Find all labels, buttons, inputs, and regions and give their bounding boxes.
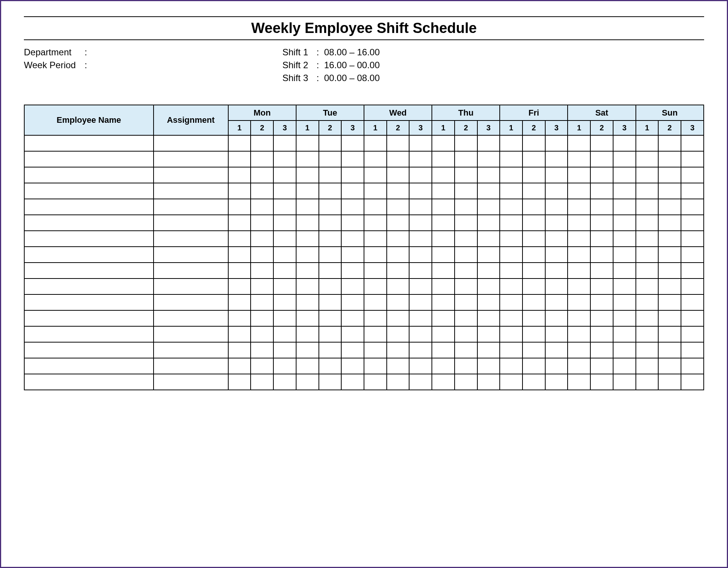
shift-cell <box>432 247 455 263</box>
table-row <box>24 167 704 183</box>
table-row <box>24 215 704 231</box>
shift-cell <box>387 294 410 310</box>
shift-cell <box>432 279 455 294</box>
shift-cell <box>387 358 410 374</box>
shift-cell <box>455 135 477 151</box>
shift-cell <box>681 279 704 294</box>
shift-cell <box>319 215 342 231</box>
employee-name-cell <box>24 374 154 390</box>
shift-number-header: 1 <box>636 120 659 135</box>
shift-cell <box>296 247 319 263</box>
shift-cell <box>613 247 636 263</box>
shift-cell <box>636 231 659 247</box>
shift-cell <box>341 247 364 263</box>
shift-cell <box>409 135 432 151</box>
shift-cell <box>296 374 319 390</box>
shift-cell <box>455 199 477 215</box>
shift-cell <box>432 294 455 310</box>
shift-cell <box>228 358 251 374</box>
shift-cell <box>590 247 613 263</box>
shift-cell <box>636 151 659 167</box>
shift-cell <box>409 247 432 263</box>
shift-cell <box>681 310 704 326</box>
shift-cell <box>409 326 432 342</box>
shift-cell <box>658 342 681 358</box>
shift-cell <box>636 135 659 151</box>
shift-cell <box>658 358 681 374</box>
shift-cell <box>500 310 522 326</box>
colon: : <box>317 73 324 83</box>
shift-cell <box>296 183 319 199</box>
shift-number-header: 3 <box>545 120 568 135</box>
table-row <box>24 231 704 247</box>
shift-cell <box>613 310 636 326</box>
shift-cell <box>636 199 659 215</box>
shift-cell <box>500 151 522 167</box>
shift-cell <box>364 247 387 263</box>
shift-cell <box>387 215 410 231</box>
shift-cell <box>522 167 545 183</box>
shift-cell <box>228 135 251 151</box>
shift-cell <box>658 310 681 326</box>
shift-cell <box>432 231 455 247</box>
shift-cell <box>387 263 410 279</box>
shift-cell <box>364 231 387 247</box>
shift-cell <box>251 231 273 247</box>
shift-cell <box>522 183 545 199</box>
shift-cell <box>477 247 500 263</box>
shift-cell <box>228 167 251 183</box>
shift-cell <box>251 263 273 279</box>
table-row <box>24 263 704 279</box>
employee-name-cell <box>24 215 154 231</box>
shift-cell <box>500 167 522 183</box>
shift-cell <box>432 151 455 167</box>
shift-cell <box>545 151 568 167</box>
shift-cell <box>296 151 319 167</box>
shift-cell <box>455 294 477 310</box>
shift-cell <box>251 183 273 199</box>
shift-cell <box>658 294 681 310</box>
schedule-document: Weekly Employee Shift Schedule Departmen… <box>24 16 704 390</box>
title-block: Weekly Employee Shift Schedule <box>24 16 704 40</box>
shift-cell <box>432 310 455 326</box>
shift-cell <box>545 231 568 247</box>
shift-cell <box>590 326 613 342</box>
shift-cell <box>658 231 681 247</box>
shift-cell <box>658 183 681 199</box>
shift-cell <box>568 247 590 263</box>
shift-number-header: 3 <box>409 120 432 135</box>
employee-name-cell <box>24 326 154 342</box>
shift-cell <box>568 310 590 326</box>
shift-cell <box>341 151 364 167</box>
shift-cell <box>545 135 568 151</box>
shift-cell <box>341 199 364 215</box>
shift-cell <box>296 342 319 358</box>
shift-cell <box>545 326 568 342</box>
shift-cell <box>545 358 568 374</box>
shift-cell <box>545 199 568 215</box>
shift-cell <box>658 135 681 151</box>
shift-cell <box>522 263 545 279</box>
table-row <box>24 199 704 215</box>
shift-cell <box>545 215 568 231</box>
shift-cell <box>681 183 704 199</box>
shift-cell <box>500 294 522 310</box>
shift-cell <box>296 199 319 215</box>
shift-cell <box>500 135 522 151</box>
shift-cell <box>387 374 410 390</box>
shift-cell <box>364 374 387 390</box>
table-row <box>24 279 704 294</box>
shift-cell <box>319 199 342 215</box>
shift-cell <box>409 374 432 390</box>
schedule-table: Employee NameAssignmentMonTueWedThuFriSa… <box>24 105 704 390</box>
shift-cell <box>387 231 410 247</box>
shift-cell <box>432 215 455 231</box>
shift-cell <box>681 342 704 358</box>
shift-cell <box>228 263 251 279</box>
shift-cell <box>522 151 545 167</box>
shift-cell <box>319 342 342 358</box>
shift-cell <box>273 167 296 183</box>
shift-cell <box>636 342 659 358</box>
table-row <box>24 151 704 167</box>
shift-cell <box>477 358 500 374</box>
